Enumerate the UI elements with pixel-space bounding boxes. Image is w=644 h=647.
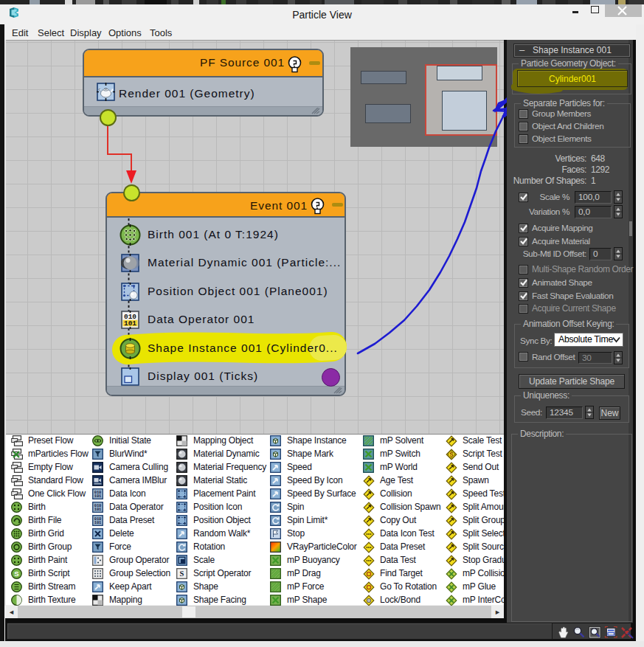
svg-text:S: S — [449, 451, 454, 458]
svg-text:101: 101 — [94, 494, 102, 499]
svg-text:S: S — [180, 570, 184, 578]
svg-text:101: 101 — [94, 508, 102, 512]
svg-text:101: 101 — [124, 319, 136, 328]
svg-text:101: 101 — [94, 521, 102, 525]
svg-text:S: S — [14, 570, 18, 578]
